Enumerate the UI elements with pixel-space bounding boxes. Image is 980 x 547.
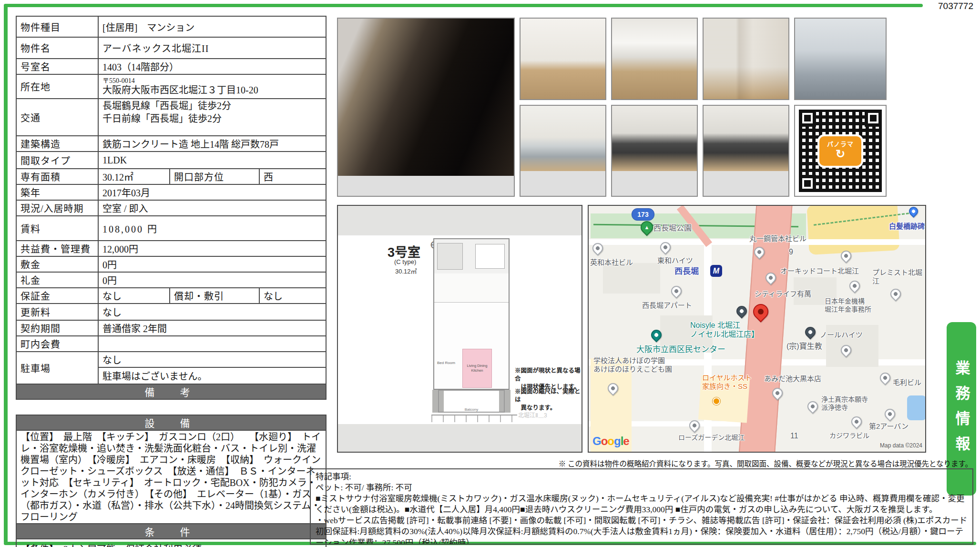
map-pin-gray [805,399,820,414]
row-neighborhood-fee: 町内会費 [16,336,326,352]
label-cell: 町内会費 [16,336,98,352]
map-label: 学校法人あけぼの学園 あけぼのほりえこども園 [593,356,672,373]
header-remarks: 備 考 [16,384,326,399]
building-block [603,263,660,294]
remarks-text [16,399,326,415]
osaka-metro-icon: M [710,265,722,277]
value-cell-2: 西 [259,169,326,184]
floorplan-type: (C type) [394,258,416,265]
photo-kitchen [611,105,698,197]
label-cell: 契約期間 [16,320,98,336]
value-cell: 1403（14階部分） [98,59,326,74]
transport-line1: 長堀鶴見線「西長堀」徒歩2分 [102,100,322,112]
label-cell: 敷金 [16,256,98,272]
map-pin-gray [849,414,864,429]
conditions-text: 【条件】 2人入居可能・保証会社利用必須 [16,539,326,547]
row-transport: 交通 長堀鶴見線「西長堀」徒歩2分千日前線「西長堀」徒歩2分 [16,99,326,136]
value-cell: 1LDK [98,152,326,169]
map-label: ローズガーデン北堀江 [678,434,745,442]
map-label: カジワラビル [829,432,869,440]
map-label: 浄土真宗本願寺 派浄徳寺 [821,395,868,411]
room-photo [521,106,605,171]
room-photo [612,19,697,99]
main-photo-entrance [337,18,515,197]
parking-note: 駐車場はございません。 [98,367,326,384]
value-cell [98,336,326,352]
header-equipment: 設 備 [16,415,326,430]
location-map: 173 M 西長堀公園英和本社ビル東和ハイツ西長堀西長堀アパート丸一鋼管本社ビル… [588,205,926,453]
label-cell-2: 開口部方位 [170,169,259,184]
postal-code: 〒550-0014 [102,77,322,84]
special-notes-panel: 特記事項: ペット: 不可/ 事務所: 不可 ■ミストサウナ付浴室暖房乾燥機(ミ… [310,468,973,545]
value-cell: 鉄筋コンクリート造 地上14階 総戸数78戸 [98,136,326,152]
row-rent: 賃料108,000 円 [16,216,326,241]
value-cell: 普通借家 2年間 [98,320,326,336]
row-structure: 建築構造鉄筋コンクリート造 地上14階 総戸数78戸 [16,136,326,152]
label-cell: 礼金 [16,272,98,288]
floorplan-header-strip [338,206,582,235]
label-cell: 号室名 [16,59,98,74]
floorplan-watermark: 北堀江Ⅱ＿3 [518,411,547,419]
room-photo [704,106,788,171]
row-key-money: 礼金0円 [16,272,326,288]
photo-room-1 [520,18,606,100]
row-deposit: 敷金0円 [16,256,326,272]
floorplan-footer-strip [338,424,582,452]
frame-left [4,4,8,544]
value-cell: 12,000円 [98,241,326,256]
agency-notes: ・webサービス広告掲載 [許可]・転載事前連絡 [不要]・画像の転載 [不可]… [316,515,968,545]
floorplan-ldk-room: Living Dining Kitchen [462,349,492,388]
map-pin-dark [803,324,817,339]
map-label: 第2アーバン [869,422,909,431]
label-cell: 保証金 [16,288,98,304]
value-cell: 〒550-0014大阪府大阪市西区北堀江３丁目10-20 [98,74,326,99]
map-label: 日本年金機構 堀江年金事務所 [825,297,871,313]
map-label: 11 [790,432,798,441]
row-renewal-fee: 更新料なし [16,304,326,320]
row-layout-type: 間取タイプ1LDK [16,152,326,169]
floorplan-drawing: Living Dining Kitchen Bed Room [433,238,510,390]
photo-hallway [703,18,789,100]
special-notes-title: 特記事項: [316,471,968,482]
row-parking: 駐車場なし [16,352,326,367]
value-cell: 0円 [98,272,326,288]
label-cell: 築年 [16,184,98,200]
photo-filler [338,176,514,196]
label-cell: 駐車場 [16,352,98,384]
google-logo: Google [592,435,629,448]
rotate-arrow-icon: ↻ [819,148,861,160]
map-label: 白髪橋跡碑 [889,222,925,231]
equipment-text: 【位置】 最上階 【キッチン】 ガスコンロ（2口） 【水廻り】 トイレ・浴室乾燥… [16,430,326,524]
google-logo-letter: G [592,435,601,447]
room-photo [704,19,788,99]
value-cell: 2017年03月 [98,184,326,200]
section-header: 条 件 [16,524,326,539]
label-cell: 所在地 [16,74,98,99]
row-built-year: 築年2017年03月 [16,184,326,200]
rent-value: 108,000 円 [98,216,326,241]
row-equipment: 【位置】 最上階 【キッチン】 ガスコンロ（2口） 【水廻り】 トイレ・浴室乾燥… [16,430,326,524]
floorplan-corridor [434,274,509,303]
map-label: 丸一鋼管本社ビル [749,234,806,243]
property-spec-table: 物件種目[住居用] マンション 物件名アーバネックス北堀江II 号室名1403（… [16,16,327,547]
map-label: ノールハイツ [820,331,863,339]
qr-finder-icon [865,110,882,127]
google-logo-letter: g [614,435,621,447]
room-photo [795,19,886,99]
label-cell: 現況/入居時期 [16,200,98,216]
route-shield-173: 173 [632,208,654,221]
floorplan-note-2: ※図面の縮尺は、実際とは 異なります。 [515,388,582,412]
floorplan-balcony: Balcony [438,390,505,413]
map-pin-gray [888,286,903,301]
floorplan-area: 30.12㎡ [395,266,417,275]
map-label: 西長堀アパート [642,301,692,310]
row-remarks [16,399,326,415]
label-cell: 建築構造 [16,136,98,152]
photo-filler [704,171,788,196]
qr-finder-icon [799,175,816,192]
map-label: シティライフ有萬 [755,290,811,298]
label-cell: 更新料 [16,304,98,320]
map-pin-gray [669,284,684,298]
map-label: 西長堀公園 [653,224,692,233]
map-pin-dark [734,304,749,318]
